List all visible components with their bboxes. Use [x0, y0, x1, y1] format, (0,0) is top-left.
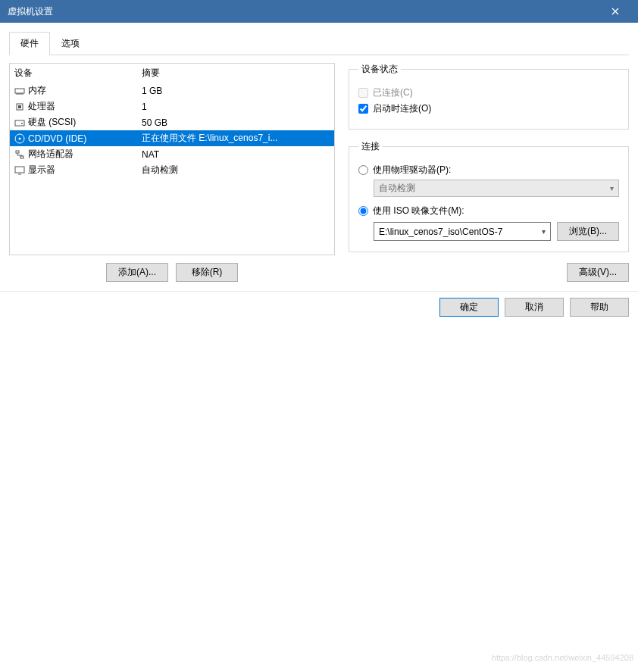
- help-button[interactable]: 帮助: [570, 298, 629, 317]
- connection-legend: 连接: [358, 140, 383, 153]
- device-name: 显示器: [28, 164, 55, 177]
- device-list: 设备 摘要 内存 1 GB 处理器 1: [9, 63, 335, 255]
- iso-row: E:\linux_cenos7_iso\CentOS-7 ▾ 浏览(B)...: [374, 222, 619, 241]
- right-panel: 设备状态 已连接(C) 启动时连接(O) 连接 使用物理驱动器(P):: [349, 63, 629, 282]
- close-icon: [611, 8, 619, 15]
- use-iso-row[interactable]: 使用 ISO 映像文件(M):: [358, 205, 619, 217]
- svg-rect-2: [18, 105, 21, 108]
- titlebar: 虚拟机设置: [0, 0, 638, 23]
- ok-button[interactable]: 确定: [439, 298, 499, 317]
- device-row-cddvd[interactable]: CD/DVD (IDE) 正在使用文件 E:\linux_cenos7_i...: [10, 130, 334, 146]
- device-summary: 正在使用文件 E:\linux_cenos7_i...: [142, 132, 277, 145]
- physical-drive-combo: 自动检测 ▾: [374, 180, 619, 197]
- tab-hardware[interactable]: 硬件: [9, 32, 50, 55]
- physical-drive-value: 自动检测: [379, 182, 415, 195]
- svg-rect-7: [16, 151, 19, 153]
- cancel-button[interactable]: 取消: [505, 298, 564, 317]
- device-name: 处理器: [28, 100, 55, 113]
- connected-label: 已连接(C): [373, 86, 413, 99]
- svg-rect-0: [15, 89, 24, 93]
- close-button[interactable]: [600, 0, 630, 23]
- device-name: 硬盘 (SCSI): [28, 116, 76, 129]
- cd-icon: [14, 133, 25, 144]
- device-buttons: 添加(A)... 移除(R): [9, 263, 335, 282]
- tab-bar: 硬件 选项: [9, 32, 629, 55]
- use-iso-radio[interactable]: [358, 206, 368, 216]
- connect-poweron-label: 启动时连接(O): [373, 102, 431, 115]
- advanced-button[interactable]: 高级(V)...: [567, 263, 629, 282]
- connect-poweron-checkbox[interactable]: [358, 104, 368, 114]
- svg-point-4: [21, 123, 23, 124]
- device-row-network[interactable]: 网络适配器 NAT: [10, 146, 334, 162]
- header-summary: 摘要: [142, 67, 160, 80]
- physical-combo-wrap: 自动检测 ▾: [374, 180, 619, 197]
- device-status-legend: 设备状态: [358, 63, 401, 76]
- device-summary: NAT: [142, 149, 159, 160]
- device-list-header: 设备 摘要: [10, 64, 334, 83]
- iso-path-combo[interactable]: E:\linux_cenos7_iso\CentOS-7 ▾: [374, 222, 551, 241]
- use-physical-radio[interactable]: [358, 165, 368, 175]
- tab-options[interactable]: 选项: [50, 32, 91, 55]
- cpu-icon: [14, 102, 25, 112]
- svg-rect-8: [20, 156, 23, 158]
- connection-group: 连接 使用物理驱动器(P): 自动检测 ▾ 使用 ISO 映像文件(M):: [349, 140, 629, 252]
- chevron-down-icon: ▾: [610, 184, 614, 192]
- advanced-row: 高级(V)...: [349, 263, 629, 282]
- svg-rect-3: [15, 120, 24, 126]
- device-row-memory[interactable]: 内存 1 GB: [10, 83, 334, 98]
- connect-poweron-row[interactable]: 启动时连接(O): [358, 102, 619, 115]
- window-title: 虚拟机设置: [8, 5, 53, 18]
- device-row-processor[interactable]: 处理器 1: [10, 98, 334, 114]
- chevron-down-icon: ▾: [542, 227, 546, 236]
- device-summary: 1: [142, 102, 147, 112]
- memory-icon: [14, 86, 25, 96]
- device-name: 内存: [28, 84, 46, 97]
- svg-point-6: [19, 137, 21, 139]
- display-icon: [14, 165, 25, 176]
- use-iso-label: 使用 ISO 映像文件(M):: [373, 205, 464, 217]
- iso-path-value: E:\linux_cenos7_iso\CentOS-7: [379, 227, 502, 237]
- dialog-footer: 确定 取消 帮助: [0, 291, 638, 324]
- svg-rect-9: [15, 167, 24, 173]
- disk-icon: [14, 117, 25, 128]
- device-status-group: 设备状态 已连接(C) 启动时连接(O): [349, 63, 629, 130]
- add-device-button[interactable]: 添加(A)...: [106, 263, 168, 282]
- device-row-display[interactable]: 显示器 自动检测: [10, 162, 334, 178]
- device-summary: 1 GB: [142, 86, 162, 96]
- header-device: 设备: [14, 67, 142, 80]
- browse-button[interactable]: 浏览(B)...: [557, 222, 619, 241]
- network-icon: [14, 149, 25, 160]
- device-name: CD/DVD (IDE): [28, 133, 86, 144]
- use-physical-row[interactable]: 使用物理驱动器(P):: [358, 164, 619, 177]
- device-summary: 50 GB: [142, 117, 167, 128]
- use-physical-label: 使用物理驱动器(P):: [373, 164, 451, 177]
- device-summary: 自动检测: [142, 164, 178, 177]
- connected-checkbox: [358, 88, 368, 98]
- connected-row: 已连接(C): [358, 86, 619, 99]
- left-panel: 设备 摘要 内存 1 GB 处理器 1: [9, 63, 335, 282]
- device-name: 网络适配器: [28, 148, 73, 161]
- device-row-harddisk[interactable]: 硬盘 (SCSI) 50 GB: [10, 114, 334, 130]
- remove-device-button[interactable]: 移除(R): [176, 263, 238, 282]
- dialog-content: 硬件 选项 设备 摘要 内存 1 GB: [0, 23, 638, 288]
